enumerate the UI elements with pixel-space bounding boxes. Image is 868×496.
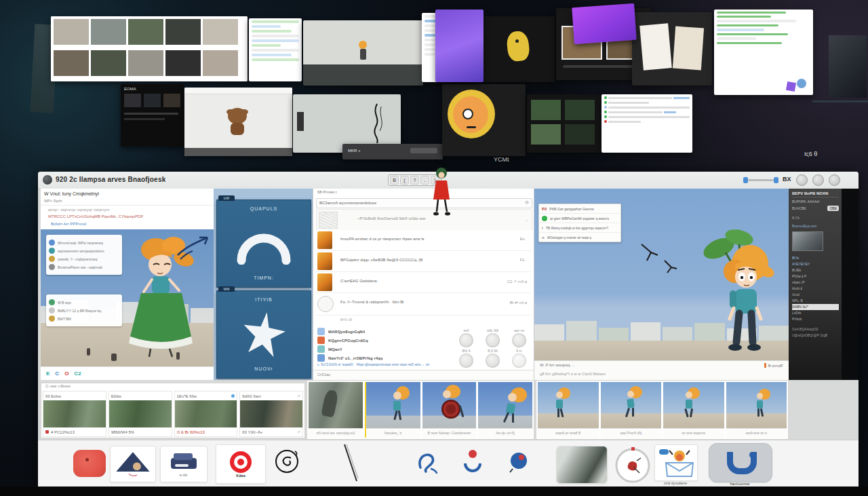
sidebar-list-item[interactable]: AYEYEYEY	[792, 261, 839, 267]
rooster-clock-icon[interactable]	[614, 446, 652, 484]
list-item-minor[interactable]: B=5–d5	[340, 318, 422, 322]
stencil-tab[interactable]: WM	[218, 286, 235, 292]
envelope-character-card[interactable]	[654, 444, 698, 481]
film-frame[interactable]: qwd Prwr9 d5j	[601, 382, 662, 438]
right-overlay-card[interactable]: P2PKB Gwr gwrgqwhwr Gwnnw qr gwrr WBPwGw…	[538, 204, 621, 242]
reaction-icon-2[interactable]: C	[55, 370, 59, 377]
toolbar-button-b[interactable]: B	[390, 176, 399, 185]
media-card[interactable]: 6d0G 6am↗ 63 Y)K/–6+↗	[239, 391, 303, 437]
list-item[interactable]: Fo. I!–Tmvnd & nddqrwrt% · fdm Bi BI ⇄ m…	[316, 293, 531, 316]
toolbar-button-dot[interactable]: .	[420, 176, 429, 185]
list-item[interactable]: fmxcPA wrxbwr d cs pr rtwqncrwn rfqws wr…	[316, 230, 531, 251]
window-thumbnail-dark-character[interactable]	[483, 16, 555, 82]
sidebar-list-item[interactable]: LzDrb	[792, 310, 839, 316]
sidebar-list-item[interactable]: PlOta £ P	[792, 273, 839, 280]
stencil-panel-arch[interactable]: tvW QUAPULS TIMPN:	[216, 199, 311, 288]
window-thumbnail-purple[interactable]	[435, 9, 484, 82]
sidebar-button[interactable]: OBE	[827, 206, 839, 211]
person-row[interactable]: MARQyn8sgrGqN4	[317, 327, 450, 336]
pen-stroke-icon[interactable]	[342, 443, 359, 484]
media-card[interactable]: 1En*E 63w O & Br 60%c13	[174, 391, 238, 437]
film-frame[interactable]: wqw6 wr wrw8 B	[538, 382, 599, 438]
notice-row[interactable]: ~P!3x8rd6 9ns3!wrvd3 9dr9 vr0dc ww ⌄	[316, 209, 532, 231]
triangle-logo-card[interactable]	[110, 446, 156, 482]
film-frame[interactable]: ww9 wrw wr b	[726, 382, 787, 438]
search-bar[interactable]: BC3arvnA wyvnvwvwnwnbduce ⟳	[316, 198, 532, 208]
media-card[interactable]: E0dw 9860/W4 5%	[108, 391, 172, 437]
reaction-icon-1[interactable]: E	[46, 370, 50, 377]
sketch-clock-icon[interactable]	[273, 446, 301, 476]
card-menu-row[interactable]: qr gwrr WBPwGwrWr pqqwwr q wwcrrq	[539, 214, 620, 223]
media-card[interactable]: 63 Ecbw # PC12%c13	[43, 391, 106, 437]
window-thumbnail-face[interactable]	[442, 84, 526, 156]
reaction-icon-3[interactable]: O	[64, 370, 68, 377]
sketch-cell[interactable]: awr rw	[506, 328, 532, 349]
target-logo-card[interactable]: Kdwa	[216, 444, 266, 484]
share-icon[interactable]: ↗	[297, 394, 300, 398]
person-row[interactable]: NatrYr2' u1._rrOBPr%g r4qq	[317, 354, 450, 362]
stencil-tab[interactable]: tvW	[218, 195, 235, 201]
red-app-icon[interactable]	[73, 450, 106, 477]
sketch-cell[interactable]: 9 m	[506, 349, 532, 369]
left-header-alert[interactable]: MTRCCC LPTxCnUGchqMB PqxnMc. CYbqnqxPDF	[48, 214, 208, 219]
window-thumbnail-chat-b[interactable]	[714, 9, 813, 95]
sidebar-thumbnail[interactable]	[792, 231, 823, 251]
sketch-cell[interactable]: B,9 99	[479, 349, 506, 369]
window-thumbnail-strip[interactable]: MKR +	[342, 144, 443, 159]
list-item[interactable]: BPGqwbrr dqqc +9wB3B 9w@9 CCCCCq. (B F1 …	[316, 251, 531, 272]
sketch-cell[interactable]: wr6	[453, 328, 479, 349]
film-frame[interactable]: w5 swrd ww. wwnqlqq w3	[309, 382, 363, 438]
sketch-cell[interactable]: B% 9	[453, 349, 479, 369]
window-thumbnail-character-stage[interactable]	[303, 20, 423, 85]
blue-squiggle-icon[interactable]	[415, 449, 439, 474]
left-overlay-card-1[interactable]: Wmvnd wqk. WPw nwqnwrwq wqmwwvnwm wmqwqw…	[46, 235, 122, 275]
sidebar-list-item[interactable]: PrNob	[792, 316, 839, 322]
film-frame[interactable]: B rwwr 6wbwp / Gwtdwrwrwr	[422, 382, 477, 438]
sketch-cell[interactable]: w9L 9j9	[479, 328, 506, 349]
photo-thumbnail-card[interactable]	[556, 446, 608, 484]
brush-knob-icon[interactable]	[812, 174, 824, 186]
round-badge-icon[interactable]	[509, 449, 529, 473]
sidebar-list-item[interactable]: BIYe	[792, 255, 839, 261]
sidebar-list-item[interactable]: blurb £	[792, 286, 839, 292]
spray-knob-icon[interactable]	[829, 174, 840, 186]
list-item[interactable]: C'wrrEAG Gwbdwra C2 ↗ rv3 a	[316, 272, 531, 293]
printer-logo-card[interactable]: w dik:	[160, 446, 208, 482]
sidebar-list-item[interactable]: Urud	[792, 292, 839, 298]
film-frame[interactable]: wr wrw wqwcrw	[663, 382, 724, 438]
toolbar-button-help[interactable]: ?	[410, 176, 419, 185]
person-row[interactable]: KQgrrrCPGuqCrdGq	[317, 336, 450, 345]
window-thumbnail-eoma[interactable]: EOMA	[121, 84, 184, 147]
sidebar-list-item-selected[interactable]: DABN 3c/*	[792, 304, 839, 310]
person-row[interactable]: MQanY	[317, 345, 450, 354]
window-thumbnail-chat-c[interactable]	[601, 94, 692, 153]
film-frame[interactable]: 6wodew_ b	[365, 382, 420, 438]
sidebar-list-item[interactable]: NPL; B	[792, 298, 839, 304]
sidebar-site-link[interactable]: BusnunEya.com	[792, 224, 839, 228]
bird-badge-icon[interactable]	[462, 449, 483, 473]
zoom-slider[interactable]	[743, 177, 778, 183]
left-header-link[interactable]: Bcbd= Arr PPPnmd	[51, 221, 173, 227]
film-frame[interactable]: 4w dp–rd r5j	[478, 382, 532, 438]
settings-knob-icon[interactable]	[796, 174, 808, 186]
right-footer-badge[interactable]: B wrndF	[764, 363, 783, 368]
left-overlay-card-2[interactable]: W B wqn BbBL/YY 12 q BR Bwqnw bq BW? BM	[46, 294, 122, 326]
u-logo-card[interactable]	[709, 443, 772, 482]
sidebar-list-item[interactable]: nbam /P	[792, 280, 839, 286]
card-menu-row[interactable]: iTB Wwrq mwbqb w bw qgqrrrqu wqwcrrr?	[539, 223, 620, 233]
window-thumbnail-photo-grid[interactable]	[51, 16, 248, 81]
bottom-left-tab[interactable]: C–ww +3bww	[45, 384, 71, 388]
share-icon[interactable]: ↗	[297, 430, 300, 434]
stencil-panel-star[interactable]: WM ITIYIB NUOVr	[216, 290, 311, 379]
reaction-icon-4[interactable]: C2	[74, 370, 81, 377]
card-menu-row[interactable]: P2PKB Gwr gwrgqwhwr Gwnnw	[539, 204, 620, 214]
purple-sticky-note[interactable]	[572, 3, 637, 44]
sidebar-list-item[interactable]: BrJEk	[792, 267, 839, 273]
refresh-icon[interactable]: ⟳	[525, 200, 529, 206]
toolbar-button-open[interactable]: (	[400, 176, 409, 185]
window-thumbnail-papers[interactable]	[632, 12, 712, 85]
card-menu-row[interactable]: oWGwrqqw q mwrwr wr wqw q	[539, 233, 620, 242]
window-thumbnail-green-gallery[interactable]	[527, 94, 601, 153]
window-thumbnail-teddy[interactable]	[184, 88, 292, 156]
window-thumbnail-chat-a[interactable]	[249, 18, 302, 81]
